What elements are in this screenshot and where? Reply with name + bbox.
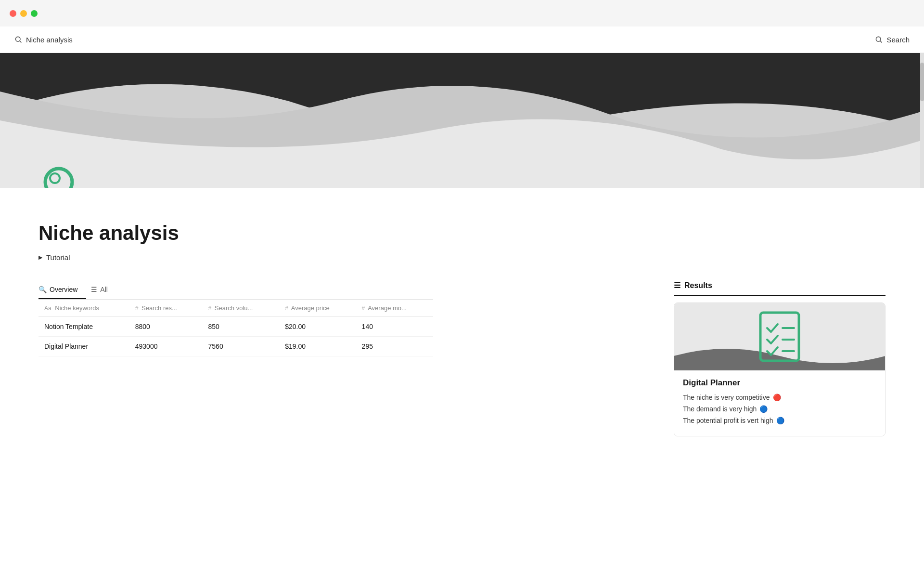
col-avg-price: # Average price: [279, 300, 356, 317]
row2-avg-price: $19.00: [279, 337, 356, 356]
svg-line-3: [880, 41, 882, 43]
magnifier-icon: [38, 162, 87, 188]
col-search-volume-label: Search volu...: [215, 304, 253, 312]
result-card[interactable]: Digital Planner The niche is very compet…: [674, 302, 886, 436]
traffic-lights: [10, 10, 38, 17]
table-header-row: Aa Niche keywords # Search res... # Sear…: [38, 300, 433, 317]
page-icon: [38, 162, 87, 188]
col-search-volume: # Search volu...: [203, 300, 280, 317]
all-tab-label: All: [100, 286, 108, 293]
col-avg-monthly-label: Average mo...: [368, 304, 407, 312]
row2-avg-monthly: 295: [356, 337, 433, 356]
row1-keyword: Notion Template: [38, 317, 129, 337]
svg-rect-8: [760, 313, 799, 361]
maximize-button[interactable]: [31, 10, 38, 17]
card-hero: [674, 303, 885, 370]
card-item-2-text: The demand is very high: [683, 405, 757, 413]
overview-tab-icon: 🔍: [38, 286, 47, 293]
row1-search-volume: 850: [203, 317, 280, 337]
col-search-results-label: Search res...: [141, 304, 177, 312]
col-niche-keywords-label: Niche keywords: [55, 304, 99, 312]
card-item-1: The niche is very competitive 🔴: [683, 394, 876, 401]
scrollbar[interactable]: [920, 53, 924, 188]
col-avg-price-label: Average price: [291, 304, 330, 312]
row2-search-results: 493000: [129, 337, 203, 356]
nav-page-link[interactable]: Niche analysis: [14, 36, 73, 44]
tabs-row: 🔍 Overview ☰ All: [38, 281, 433, 300]
svg-line-1: [20, 41, 22, 43]
row2-keyword: Digital Planner: [38, 337, 129, 356]
card-item-1-emoji: 🔴: [773, 394, 781, 401]
hamburger-icon: ☰: [674, 281, 680, 290]
main-content: Niche analysis ▶ Tutorial 🔍 Overview ☰ A…: [0, 188, 924, 456]
col-search-results: # Search res...: [129, 300, 203, 317]
card-item-3-text: The potential profit is vert high: [683, 417, 773, 424]
row1-avg-monthly: 140: [356, 317, 433, 337]
tab-overview[interactable]: 🔍 Overview: [38, 281, 86, 299]
all-tab-icon: ☰: [91, 286, 97, 293]
card-item-2-emoji: 🔵: [759, 405, 768, 413]
top-navigation: Niche analysis Search: [0, 26, 924, 53]
titlebar: [0, 0, 924, 26]
row1-search-results: 8800: [129, 317, 203, 337]
close-button[interactable]: [10, 10, 16, 17]
col-avg-monthly: # Average mo...: [356, 300, 433, 317]
minimize-button[interactable]: [20, 10, 27, 17]
scrollbar-thumb[interactable]: [920, 63, 924, 101]
svg-point-2: [876, 37, 881, 41]
overview-tab-label: Overview: [50, 286, 77, 293]
tutorial-label: Tutorial: [46, 253, 70, 262]
tutorial-toggle[interactable]: ▶ Tutorial: [38, 253, 886, 262]
left-panel: 🔍 Overview ☰ All Aa Niche keywords: [38, 281, 645, 356]
card-body: Digital Planner The niche is very compet…: [674, 370, 885, 436]
row2-search-volume: 7560: [203, 337, 280, 356]
row1-avg-price: $20.00: [279, 317, 356, 337]
search-icon: [14, 36, 22, 43]
triangle-icon: ▶: [38, 254, 42, 261]
card-item-3: The potential profit is vert high 🔵: [683, 417, 876, 424]
svg-point-0: [15, 37, 20, 41]
search-button[interactable]: Search: [875, 36, 910, 44]
layout-container: 🔍 Overview ☰ All Aa Niche keywords: [38, 281, 886, 436]
page-title: Niche analysis: [38, 222, 886, 245]
svg-point-7: [50, 173, 60, 183]
checklist-icon: [751, 308, 808, 366]
table-row[interactable]: Digital Planner 493000 7560 $19.00 295: [38, 337, 433, 356]
data-table: Aa Niche keywords # Search res... # Sear…: [38, 300, 433, 356]
card-item-2: The demand is very high 🔵: [683, 405, 876, 413]
tab-all[interactable]: ☰ All: [91, 281, 116, 299]
card-title: Digital Planner: [683, 378, 876, 388]
hero-banner: [0, 53, 924, 188]
search-label: Search: [886, 36, 910, 44]
results-label: Results: [684, 281, 712, 290]
nav-page-title: Niche analysis: [26, 36, 73, 44]
right-panel: ☰ Results: [674, 281, 886, 436]
results-header: ☰ Results: [674, 281, 886, 296]
hero-wave-svg: [0, 53, 924, 188]
table-row[interactable]: Notion Template 8800 850 $20.00 140: [38, 317, 433, 337]
search-icon-right: [875, 36, 883, 43]
card-item-1-text: The niche is very competitive: [683, 394, 770, 401]
col-niche-keywords: Aa Niche keywords: [38, 300, 129, 317]
card-item-3-emoji: 🔵: [776, 417, 784, 424]
